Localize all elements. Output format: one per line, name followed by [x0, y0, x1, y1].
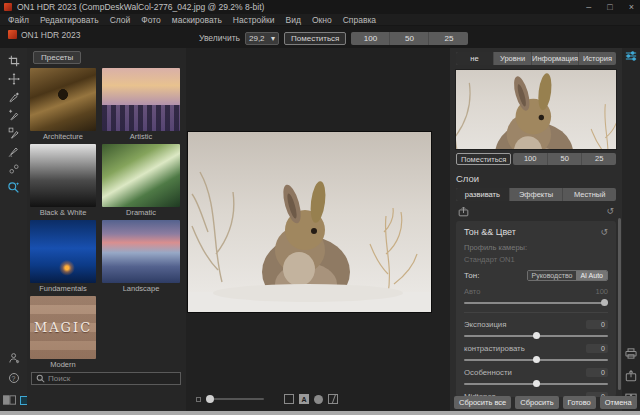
done-button[interactable]: Готово	[563, 396, 596, 409]
thumbnail-size-slider[interactable]	[206, 398, 264, 400]
preset-landscape[interactable]: Landscape	[102, 220, 180, 293]
preset-label: Fundamentals	[30, 284, 96, 293]
masking-brush-tool[interactable]	[5, 126, 23, 140]
zoom-25-button[interactable]: 25	[429, 32, 468, 45]
reset-button[interactable]: Сбросить	[515, 396, 558, 409]
document-tab[interactable]: ON1 HDR 2023	[8, 28, 81, 41]
auto-slider[interactable]	[464, 302, 608, 304]
photo-rabbit[interactable]	[188, 132, 431, 312]
dual-panel-icon[interactable]	[3, 395, 16, 405]
manual-mode-button[interactable]: Руководство	[528, 271, 577, 280]
menu-view[interactable]: Вид	[286, 15, 301, 25]
fit-button[interactable]: Поместиться	[284, 32, 346, 45]
search-input[interactable]	[48, 374, 176, 383]
zoom-50-button[interactable]: 50	[390, 32, 429, 45]
menu-layer[interactable]: Слой	[110, 15, 131, 25]
blemish-tool[interactable]	[5, 162, 23, 176]
account-button[interactable]	[5, 351, 23, 365]
preset-thumbnail-artistic[interactable]	[102, 68, 180, 131]
view-mask-icon[interactable]	[314, 395, 323, 404]
sliders-icon	[625, 50, 637, 62]
preset-modern[interactable]: MAGIC Modern	[30, 296, 96, 369]
menu-help[interactable]: Справка	[343, 15, 376, 25]
close-button[interactable]: ×	[629, 0, 634, 14]
navigator-zoom-25[interactable]: 25	[582, 153, 616, 165]
zoom-preset-bar: 100 50 25	[351, 32, 468, 45]
move-tool[interactable]	[5, 72, 23, 86]
auto-row: Авто 100	[464, 287, 608, 296]
tab-local[interactable]: Местный	[563, 188, 616, 201]
tab-info[interactable]: Информация	[532, 52, 579, 65]
adjustment-brush-tool[interactable]	[5, 108, 23, 122]
slider-knob[interactable]	[206, 395, 214, 403]
slider-value[interactable]: 0	[586, 320, 608, 329]
menu-settings[interactable]: Настройки	[233, 15, 275, 25]
slider-value[interactable]: 0	[586, 344, 608, 353]
preset-thumbnail-black-white[interactable]	[30, 144, 96, 207]
maximize-button[interactable]: □	[607, 0, 612, 14]
slider-value[interactable]: 0	[586, 368, 608, 377]
navigator-zoom-100[interactable]: 100	[513, 153, 548, 165]
reset-all-settings-icon[interactable]: ↺	[606, 206, 614, 216]
tone-mode-row: Тон: Руководство AI Auto	[464, 270, 608, 281]
slider-track[interactable]	[464, 359, 608, 361]
crop-tool[interactable]	[5, 54, 23, 68]
menu-edit[interactable]: Редактировать	[40, 15, 99, 25]
panel-scrollbar[interactable]	[618, 218, 621, 390]
preset-thumbnail-architecture[interactable]	[30, 68, 96, 131]
quick-adjust-button[interactable]	[625, 50, 637, 62]
canvas-area[interactable]: A	[186, 48, 450, 411]
preset-thumbnail-fundamentals[interactable]	[30, 220, 96, 283]
zoom-level-dropdown[interactable]: 29,2 ▾	[245, 32, 279, 45]
navigator-tabs: не Уровни Информация История	[456, 52, 616, 65]
camera-profile-value[interactable]: Стандарт ON1	[464, 255, 608, 264]
menu-photo[interactable]: Фото	[141, 15, 161, 25]
presets-tab[interactable]: Пресеты	[33, 51, 81, 64]
export-icon[interactable]	[625, 370, 637, 382]
tab-effects[interactable]: Эффекты	[510, 188, 564, 201]
move-icon	[8, 73, 20, 85]
menu-mask[interactable]: маскировать	[172, 15, 222, 25]
print-icon[interactable]	[625, 348, 637, 359]
save-preset-icon[interactable]	[458, 206, 469, 217]
navigator-preview[interactable]	[456, 70, 616, 149]
tab-history[interactable]: История	[579, 52, 616, 65]
preset-architecture[interactable]: Architecture	[30, 68, 96, 141]
preset-black-white[interactable]: Black & White	[30, 144, 96, 217]
help-button[interactable]: ?	[5, 371, 23, 385]
navigator-zoom-50[interactable]: 50	[548, 153, 583, 165]
cancel-button[interactable]: Отмена	[600, 396, 637, 409]
ai-auto-mode-button[interactable]: AI Auto	[576, 271, 607, 280]
view-single-icon[interactable]	[284, 394, 294, 404]
tab-nav[interactable]: не	[456, 52, 494, 65]
view-split-icon[interactable]	[328, 394, 338, 404]
menu-window[interactable]: Окно	[312, 15, 332, 25]
preset-dramatic[interactable]: Dramatic	[102, 144, 180, 217]
preset-fundamentals[interactable]: Fundamentals	[30, 220, 96, 293]
menu-file[interactable]: Файл	[8, 15, 29, 25]
view-compare-a-icon[interactable]: A	[299, 394, 309, 404]
reset-all-button[interactable]: Сбросить все	[454, 396, 511, 409]
tab-develop[interactable]: развивать	[456, 188, 510, 201]
slider-track[interactable]	[464, 383, 608, 385]
slider-knob[interactable]	[533, 332, 540, 339]
preset-thumbnail-dramatic[interactable]	[102, 144, 180, 207]
auto-slider-knob[interactable]	[601, 299, 608, 306]
minimize-button[interactable]: –	[586, 0, 591, 14]
preset-artistic[interactable]: Artistic	[102, 68, 180, 141]
slider-knob[interactable]	[533, 380, 540, 387]
slider-track[interactable]	[464, 335, 608, 337]
slider-knob[interactable]	[533, 356, 540, 363]
panel-footer: Сбросить все Сбросить Готово Отмена	[454, 396, 618, 409]
preset-thumbnail-landscape[interactable]	[102, 220, 180, 283]
preset-label: Dramatic	[102, 208, 180, 217]
zoom-100-button[interactable]: 100	[351, 32, 390, 45]
preset-thumbnail-modern[interactable]: MAGIC	[30, 296, 96, 359]
tab-levels[interactable]: Уровни	[494, 52, 532, 65]
view-zoom-tool[interactable]	[5, 180, 23, 194]
refine-brush-tool[interactable]	[5, 144, 23, 158]
navigator-fit-button[interactable]: Поместиться	[456, 153, 511, 165]
tone-reset-icon[interactable]: ↺	[600, 227, 608, 237]
paint-brush-tool[interactable]	[5, 90, 23, 104]
preset-search[interactable]	[31, 372, 181, 385]
